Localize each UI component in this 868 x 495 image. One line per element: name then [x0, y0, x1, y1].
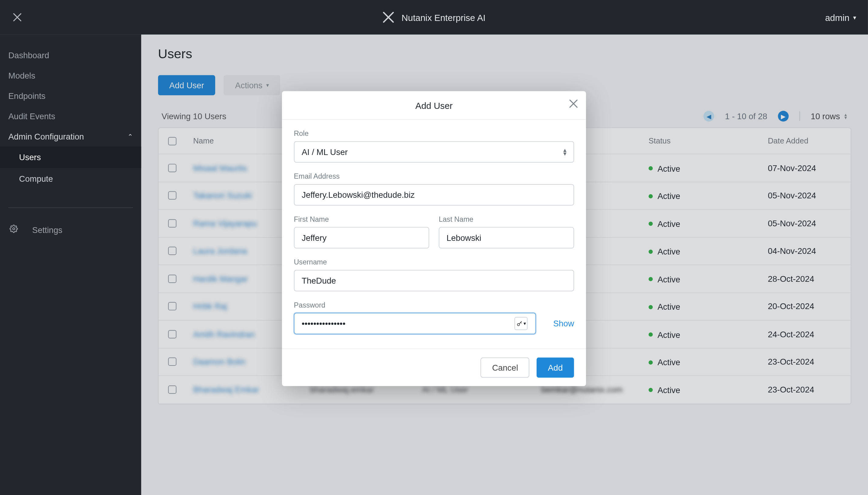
svg-point-1 [517, 323, 520, 325]
sidebar-item-admin-config[interactable]: Admin Configuration ⌃ [0, 126, 141, 147]
add-button[interactable]: Add [537, 358, 574, 378]
cancel-button[interactable]: Cancel [481, 358, 529, 378]
brand-title: Nutanix Enterprise AI [402, 12, 486, 22]
first-name-input[interactable] [294, 227, 429, 249]
chevron-up-icon: ⌃ [128, 133, 133, 140]
modal-title: Add User [416, 101, 453, 111]
show-password-link[interactable]: Show [542, 319, 574, 328]
last-name-input[interactable] [439, 227, 574, 249]
user-menu[interactable]: admin ▾ [825, 12, 856, 22]
first-name-label: First Name [294, 215, 429, 223]
role-value: AI / ML User [302, 147, 348, 156]
close-icon[interactable] [0, 0, 35, 35]
password-label: Password [294, 301, 574, 309]
username-input[interactable] [294, 270, 574, 291]
chevron-down-icon: ▾ [853, 14, 856, 21]
svg-point-0 [13, 228, 15, 230]
add-user-modal: Add User Role AI / ML User ▲▼ Email Addr… [282, 91, 586, 386]
sort-icon: ▲▼ [562, 148, 568, 156]
gear-icon [10, 225, 18, 235]
divider [8, 207, 133, 208]
role-select[interactable]: AI / ML User ▲▼ [294, 141, 574, 163]
app-header: Nutanix Enterprise AI admin ▾ [0, 0, 868, 35]
sidebar-item-dashboard[interactable]: Dashboard [0, 45, 141, 66]
sidebar-item-settings[interactable]: Settings [0, 220, 141, 240]
email-label: Email Address [294, 172, 574, 181]
key-icon[interactable]: ▾ [514, 317, 528, 330]
sidebar-item-endpoints[interactable]: Endpoints [0, 86, 141, 106]
sidebar-item-label: Settings [32, 225, 62, 234]
close-icon[interactable] [569, 100, 578, 109]
sidebar-item-users[interactable]: Users [0, 147, 141, 168]
user-label: admin [825, 12, 850, 22]
sidebar: Dashboard Models Endpoints Audit Events … [0, 35, 141, 495]
brand: Nutanix Enterprise AI [382, 11, 486, 23]
sidebar-item-audit-events[interactable]: Audit Events [0, 106, 141, 126]
sidebar-item-label: Admin Configuration [8, 132, 84, 141]
email-input[interactable] [294, 184, 574, 206]
sidebar-item-compute[interactable]: Compute [0, 168, 141, 190]
password-input[interactable] [294, 313, 536, 334]
last-name-label: Last Name [439, 215, 574, 223]
username-label: Username [294, 258, 574, 266]
role-label: Role [294, 129, 574, 137]
sidebar-item-models[interactable]: Models [0, 66, 141, 86]
logo-icon [382, 11, 394, 23]
